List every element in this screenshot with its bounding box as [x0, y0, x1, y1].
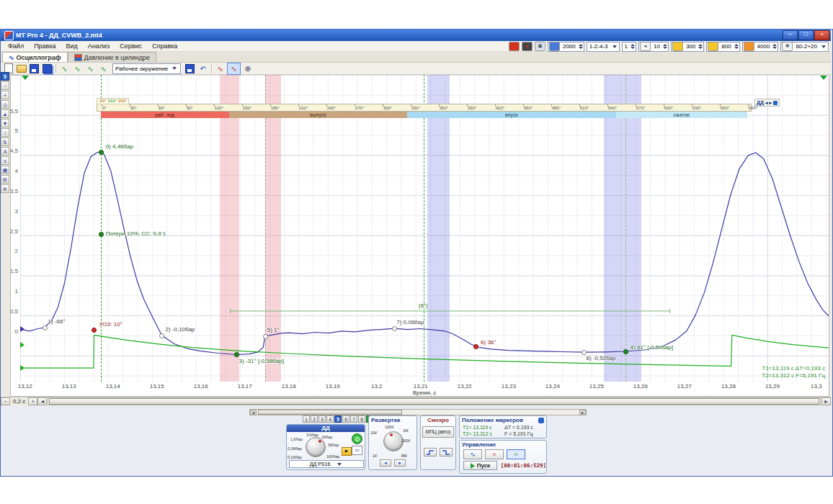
marker-dot[interactable]: [99, 232, 104, 237]
marker-dot[interactable]: [99, 150, 104, 155]
channel-button-5[interactable]: 5: [334, 415, 342, 423]
overview-thumb[interactable]: [258, 410, 402, 415]
firing-order-select[interactable]: 1-2-4-3: [587, 42, 620, 52]
scale-plus-button[interactable]: +: [28, 397, 37, 405]
menu-analysis[interactable]: Анализ: [83, 42, 115, 50]
overview-track[interactable]: [257, 410, 579, 415]
measure-toggle-button[interactable]: ⊕: [1, 184, 9, 193]
scroll-up-button[interactable]: ▲: [1, 109, 9, 118]
scroll-down-button[interactable]: ▼: [1, 119, 9, 127]
markers-toggle-button[interactable]: ⊞: [1, 175, 9, 184]
chip-left-arrow-icon[interactable]: ◂: [765, 100, 768, 106]
overview-left-button[interactable]: ◄: [250, 410, 257, 415]
load-signal-3-button[interactable]: [84, 63, 97, 74]
zoom-reset-button[interactable]: ◎: [1, 100, 9, 109]
workspace-select[interactable]: Рабочее окружение: [112, 63, 181, 74]
rising-edge-button[interactable]: [424, 448, 437, 456]
reference-signal-button[interactable]: [214, 63, 226, 74]
chip-right-arrow-icon[interactable]: ▸: [769, 100, 772, 106]
save-button[interactable]: [28, 63, 40, 74]
tab-cylinder-pressure[interactable]: Давление в цилиндре: [68, 52, 156, 62]
falling-edge-button[interactable]: [440, 448, 453, 456]
camera-icon[interactable]: [535, 42, 545, 51]
channel-button-7[interactable]: 7: [350, 415, 357, 423]
range-knob[interactable]: [306, 437, 326, 457]
scale-expand-button[interactable]: ↕: [1, 128, 9, 137]
channel-button-6[interactable]: 6: [342, 415, 349, 423]
channel-power-button[interactable]: [352, 433, 362, 444]
marker-dot[interactable]: [623, 349, 628, 354]
menu-help[interactable]: Справка: [147, 42, 182, 50]
single-wave-button[interactable]: ∿: [463, 449, 482, 459]
scroll-wave-button[interactable]: ≈: [485, 449, 504, 459]
volume-spinner[interactable]: 10: [638, 42, 669, 52]
menu-service[interactable]: Сервис: [115, 42, 147, 50]
param-300-updown[interactable]: [698, 44, 703, 49]
load-signal-2-button[interactable]: [71, 63, 84, 74]
minimize-button[interactable]: [783, 30, 798, 40]
channel-zero-marker[interactable]: [20, 342, 24, 348]
sync-mode-button[interactable]: МПЦ (авто): [422, 426, 454, 438]
scroll-left-button[interactable]: ◄: [37, 397, 47, 405]
auto-amplitude-button[interactable]: A: [1, 147, 9, 156]
channel-button-8[interactable]: 8: [358, 415, 365, 423]
stream-wave-button[interactable]: ≈: [507, 449, 525, 459]
channel-play-button[interactable]: ▶: [342, 447, 352, 456]
tab-oscilloscope[interactable]: Осциллограф: [2, 52, 68, 62]
save-all-button[interactable]: [41, 63, 53, 74]
record-icon[interactable]: [522, 42, 533, 51]
close-button[interactable]: [814, 30, 829, 40]
oscillogram-plot[interactable]: (6°)0°30°60°90°120°150°180°210°240°270°3…: [20, 75, 829, 382]
crosshair-button[interactable]: [241, 63, 254, 74]
menu-edit[interactable]: Правка: [29, 42, 61, 50]
channel-display-button[interactable]: ▭: [352, 446, 362, 455]
load-signal-1-button[interactable]: [58, 63, 71, 74]
scroll-right-button[interactable]: ►: [821, 397, 831, 405]
channel-button-4[interactable]: 4: [326, 415, 334, 423]
undo-button[interactable]: [197, 63, 209, 74]
invert-signal-button[interactable]: ±: [1, 156, 9, 165]
scrollbar-thumb[interactable]: [49, 398, 819, 405]
crank-disc-select[interactable]: 60-2+20: [780, 42, 829, 52]
channel-button-1[interactable]: 1: [303, 415, 310, 423]
marker-dot[interactable]: [473, 344, 478, 349]
cylinder-updown[interactable]: [631, 44, 635, 49]
markers-info-icon[interactable]: [538, 418, 544, 423]
marker-dot[interactable]: [263, 334, 268, 339]
scale-shrink-button[interactable]: ⇅: [1, 138, 9, 146]
param-800-updown[interactable]: [734, 44, 739, 49]
marker-dot[interactable]: [582, 350, 587, 355]
channel-button-3[interactable]: 3: [318, 415, 326, 423]
zoom-out-button[interactable]: −: [1, 81, 9, 90]
pressure-script-button[interactable]: [227, 63, 241, 75]
zoom-in-button[interactable]: +: [1, 91, 9, 99]
param-800-spinner[interactable]: 800: [706, 42, 739, 52]
channel-chip[interactable]: ДД◂▸: [754, 99, 780, 107]
load-signal-4-button[interactable]: [97, 63, 110, 74]
param-300-spinner[interactable]: 300: [671, 42, 704, 52]
car-icon[interactable]: [509, 42, 520, 51]
overview-right-button[interactable]: ►: [579, 410, 586, 415]
cylinder-number-spinner[interactable]: 1: [622, 42, 636, 52]
volume-updown[interactable]: [663, 44, 667, 49]
menu-file[interactable]: Файл: [3, 42, 29, 50]
scrollbar-track[interactable]: [48, 397, 821, 405]
grid-toggle-button[interactable]: ▦: [1, 166, 9, 174]
scale-minus-button[interactable]: −: [1, 397, 10, 405]
sweep-knob[interactable]: [383, 431, 404, 451]
channel-zero-marker[interactable]: [20, 365, 24, 371]
start-button[interactable]: Пуск: [463, 461, 497, 470]
rpm-updown[interactable]: [579, 44, 583, 49]
channel-zero-marker[interactable]: [20, 326, 24, 332]
rpm-limit-spinner[interactable]: 4000: [742, 42, 779, 52]
marker-dot[interactable]: [43, 325, 48, 330]
open-file-button[interactable]: [15, 63, 27, 74]
menu-view[interactable]: Вид: [61, 42, 83, 50]
sweep-slower-button[interactable]: ◄: [380, 459, 391, 467]
rpm-spinner[interactable]: 2000: [548, 42, 584, 52]
maximize-button[interactable]: [798, 30, 814, 40]
save-workspace-button[interactable]: [184, 63, 196, 74]
channel-button-2[interactable]: 2: [311, 415, 318, 423]
rpm-limit-updown[interactable]: [772, 44, 777, 49]
sensor-select[interactable]: ДД PS16: [289, 460, 364, 468]
